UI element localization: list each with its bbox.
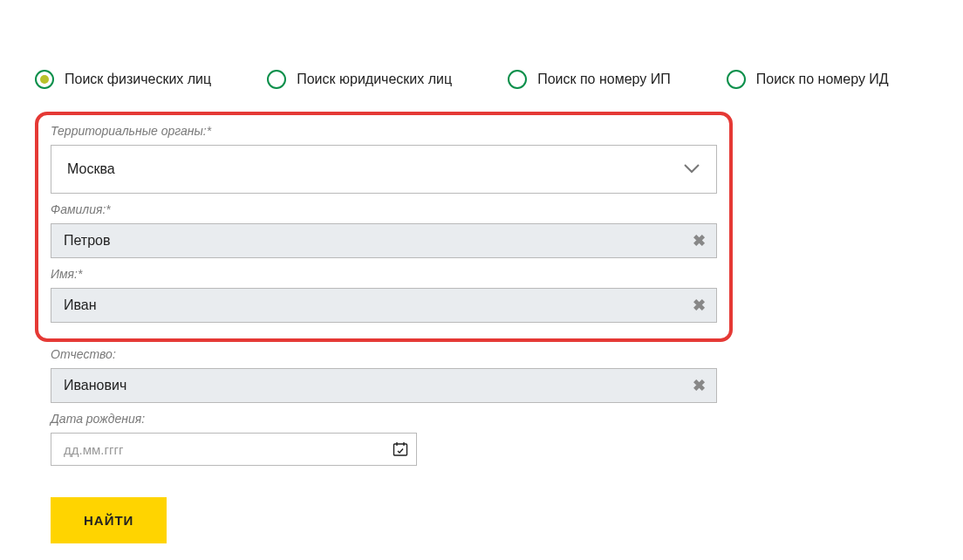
firstname-label: Имя:* — [51, 267, 717, 281]
search-type-radio-group: Поиск физических лиц Поиск юридических л… — [35, 70, 928, 89]
radio-circle-icon — [35, 70, 54, 89]
calendar-button[interactable] — [385, 434, 416, 465]
firstname-field: Имя:* ✖ — [51, 267, 717, 323]
clear-firstname-button[interactable]: ✖ — [681, 289, 716, 322]
radio-circle-icon — [508, 70, 527, 89]
radio-legal[interactable]: Поиск юридических лиц — [267, 70, 452, 89]
patronymic-input-wrapper: ✖ — [51, 368, 717, 403]
patronymic-input[interactable] — [51, 369, 681, 402]
lastname-input[interactable] — [51, 224, 681, 257]
close-icon: ✖ — [693, 376, 706, 395]
clear-patronymic-button[interactable]: ✖ — [681, 369, 716, 402]
chevron-down-icon — [683, 161, 700, 177]
radio-id[interactable]: Поиск по номеру ИД — [727, 70, 889, 89]
radio-label: Поиск по номеру ИП — [537, 72, 671, 87]
territory-label: Территориальные органы:* — [51, 124, 717, 138]
birthdate-field: Дата рождения: — [51, 412, 717, 466]
patronymic-label: Отчество: — [51, 347, 717, 361]
lastname-field: Фамилия:* ✖ — [51, 202, 717, 258]
firstname-input-wrapper: ✖ — [51, 288, 717, 323]
highlighted-section: Территориальные органы:* Москва Фамилия:… — [35, 112, 733, 342]
close-icon: ✖ — [693, 231, 706, 250]
territory-select[interactable]: Москва — [51, 145, 717, 194]
territory-field: Территориальные органы:* Москва — [51, 124, 717, 194]
radio-ip[interactable]: Поиск по номеру ИП — [508, 70, 671, 89]
birthdate-label: Дата рождения: — [51, 412, 717, 426]
patronymic-field: Отчество: ✖ — [51, 347, 717, 403]
svg-rect-0 — [394, 444, 407, 455]
territory-value: Москва — [67, 161, 115, 177]
lastname-input-wrapper: ✖ — [51, 223, 717, 258]
close-icon: ✖ — [693, 296, 706, 315]
birthdate-input-wrapper — [51, 433, 417, 466]
calendar-icon — [393, 441, 408, 457]
search-button[interactable]: НАЙТИ — [51, 497, 167, 543]
radio-circle-icon — [727, 70, 746, 89]
birthdate-input[interactable] — [51, 434, 385, 465]
lastname-label: Фамилия:* — [51, 202, 717, 216]
radio-circle-icon — [267, 70, 286, 89]
outer-fields: Отчество: ✖ Дата рождения: НАЙТИ — [35, 347, 733, 543]
radio-label: Поиск физических лиц — [65, 72, 211, 87]
radio-individuals[interactable]: Поиск физических лиц — [35, 70, 211, 89]
clear-lastname-button[interactable]: ✖ — [681, 224, 716, 257]
firstname-input[interactable] — [51, 289, 681, 322]
radio-label: Поиск юридических лиц — [297, 72, 452, 87]
radio-label: Поиск по номеру ИД — [756, 72, 889, 87]
